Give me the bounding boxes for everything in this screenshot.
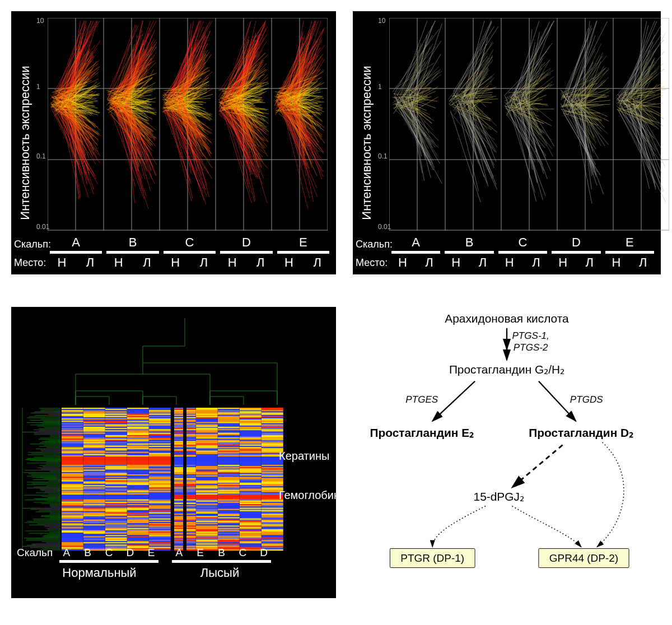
svg-rect-2580 [62, 489, 83, 490]
svg-rect-2854 [149, 521, 171, 522]
svg-rect-2762 [105, 510, 127, 511]
node-pge2: Простагландин E₂ [370, 426, 474, 439]
svg-rect-2794 [149, 514, 171, 515]
svg-rect-3033 [127, 542, 149, 543]
svg-rect-2163 [127, 439, 149, 440]
svg-rect-2389 [262, 465, 283, 466]
svg-rect-2439 [262, 471, 283, 472]
svg-line-1454 [618, 102, 652, 112]
site-cell: Н [48, 255, 76, 270]
svg-rect-2114 [149, 433, 171, 434]
svg-rect-2526 [196, 482, 218, 483]
svg-rect-2983 [127, 537, 149, 538]
svg-rect-2866 [196, 522, 218, 523]
svg-rect-2920 [62, 529, 83, 530]
svg-rect-2562 [105, 486, 127, 487]
svg-rect-2558 [240, 485, 262, 486]
svg-rect-2617 [218, 492, 240, 493]
svg-rect-2584 [149, 489, 171, 490]
svg-rect-2097 [218, 430, 240, 431]
svg-rect-2769 [262, 510, 283, 511]
scalp-letter: A [389, 235, 442, 250]
svg-rect-2181 [83, 441, 105, 442]
svg-rect-2192 [105, 442, 127, 444]
heatmap-panel: Кератины Гемоглобины Скальп A B C D E A … [11, 307, 336, 598]
svg-rect-2143 [127, 436, 149, 437]
svg-rect-2364 [149, 463, 171, 464]
svg-rect-2981 [83, 537, 105, 538]
svg-rect-2507 [218, 479, 240, 481]
svg-rect-1981 [83, 417, 105, 418]
svg-line-3103 [432, 381, 475, 421]
svg-rect-1997 [218, 418, 240, 419]
svg-rect-2512 [105, 481, 127, 482]
svg-rect-2881 [83, 524, 105, 525]
svg-rect-2270 [62, 452, 83, 453]
svg-rect-2966 [196, 534, 218, 535]
svg-rect-2290 [62, 454, 83, 455]
svg-rect-2549 [262, 484, 283, 485]
svg-rect-2513 [127, 481, 149, 482]
svg-rect-2462 [105, 474, 127, 475]
svg-rect-1986 [196, 417, 218, 418]
svg-rect-2481 [83, 477, 105, 478]
svg-rect-2292 [105, 454, 127, 455]
node-pgg2h2: Простагландин G₂/H₂ [449, 363, 564, 376]
svg-rect-2221 [83, 446, 105, 447]
svg-rect-2982 [105, 537, 127, 538]
svg-rect-2784 [149, 512, 171, 514]
svg-rect-2448 [240, 472, 262, 473]
svg-rect-2792 [105, 514, 127, 515]
parallel-plot-left [48, 18, 328, 231]
site-cell: Н [389, 255, 416, 270]
svg-rect-2984 [149, 537, 171, 538]
svg-rect-2822 [105, 517, 127, 519]
svg-rect-2064 [149, 427, 171, 428]
svg-rect-3012 [105, 540, 127, 541]
svg-rect-2153 [127, 437, 149, 439]
svg-rect-2962 [105, 534, 127, 535]
svg-rect-1923 [127, 410, 149, 411]
svg-rect-2780 [62, 512, 83, 514]
svg-rect-2441 [83, 472, 105, 473]
svg-rect-2169 [262, 439, 283, 440]
svg-rect-2069 [262, 427, 283, 428]
svg-rect-2038 [240, 423, 262, 425]
svg-rect-2781 [83, 512, 105, 514]
svg-rect-1991 [83, 418, 105, 419]
svg-rect-2963 [127, 534, 149, 535]
svg-rect-2860 [62, 522, 83, 523]
svg-rect-2080 [62, 429, 83, 430]
svg-rect-2172 [105, 440, 127, 441]
svg-rect-2222 [105, 446, 127, 447]
svg-rect-2959 [262, 533, 283, 534]
svg-rect-2492 [105, 478, 127, 479]
svg-rect-2930 [62, 530, 83, 531]
svg-rect-2524 [149, 482, 171, 483]
svg-rect-2997 [218, 538, 240, 539]
svg-rect-2450 [62, 473, 83, 474]
svg-rect-2947 [218, 531, 240, 533]
scalp-letter: E [603, 235, 656, 250]
svg-rect-2476 [196, 475, 218, 477]
svg-rect-2434 [149, 471, 171, 472]
svg-rect-1926 [196, 410, 218, 411]
svg-rect-2087 [218, 429, 240, 430]
svg-rect-2282 [105, 453, 127, 454]
svg-rect-2802 [105, 515, 127, 516]
svg-rect-2427 [218, 470, 240, 471]
svg-rect-1914 [149, 409, 171, 410]
svg-rect-2511 [83, 481, 105, 482]
svg-rect-2744 [149, 508, 171, 509]
site-row: Место: НЛ НЛ НЛ НЛ НЛ [48, 255, 332, 270]
svg-rect-2904 [149, 527, 171, 528]
svg-rect-2328 [240, 458, 262, 459]
svg-rect-2918 [240, 528, 262, 529]
ylabel-left: Интенсивность экспрессии [18, 66, 32, 220]
svg-rect-2128 [240, 434, 262, 435]
svg-rect-2880 [62, 524, 83, 525]
svg-rect-1964 [149, 415, 171, 416]
svg-line-1646 [457, 108, 487, 184]
svg-rect-2798 [240, 514, 262, 515]
svg-rect-2171 [83, 440, 105, 441]
